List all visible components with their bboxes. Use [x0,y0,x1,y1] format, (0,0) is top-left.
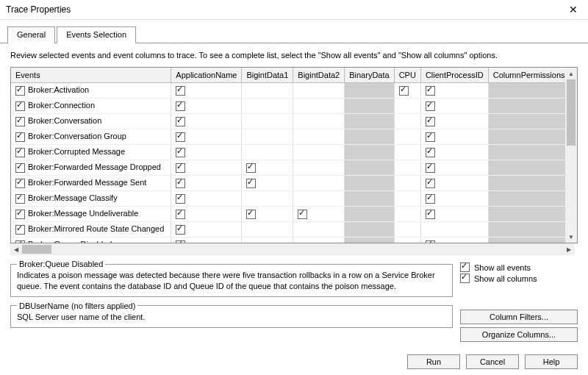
event-cell[interactable]: Broker:Message Undeliverable [11,207,171,222]
appname-cell[interactable] [171,114,242,129]
table-row[interactable]: Broker:Conversation Group [11,129,565,145]
clientpid-checkbox[interactable] [426,86,435,96]
event-cell[interactable]: Broker:Conversation [11,114,171,129]
event-cell[interactable]: Broker:Connection [11,99,171,114]
bigint2-cell[interactable] [293,160,345,176]
bigint1-cell[interactable] [242,114,293,129]
clientpid-cell[interactable] [420,160,488,176]
col-cpu[interactable]: CPU [394,68,420,83]
appname-checkbox[interactable] [176,210,185,219]
appname-checkbox[interactable] [176,101,185,111]
appname-checkbox[interactable] [176,148,185,157]
bigint2-cell[interactable] [293,129,345,145]
appname-cell[interactable] [171,129,242,145]
bigint2-cell[interactable] [293,222,345,238]
bigint1-cell[interactable] [242,222,293,238]
clientpid-cell[interactable] [420,99,488,114]
bigint1-checkbox[interactable] [246,179,256,188]
bigint2-cell[interactable] [293,238,345,243]
row-checkbox[interactable] [15,163,25,173]
table-row[interactable]: Broker:Message Classify [11,191,565,207]
clientpid-cell[interactable] [420,222,488,238]
clientpid-checkbox[interactable] [426,194,435,204]
scroll-left-icon[interactable]: ◀ [10,246,22,253]
organize-columns-button[interactable]: Organize Columns... [460,327,578,342]
cpu-cell[interactable] [394,114,420,129]
row-checkbox[interactable] [15,132,25,142]
clientpid-checkbox[interactable] [426,163,435,173]
clientpid-checkbox[interactable] [426,210,435,219]
appname-cell[interactable] [171,176,242,191]
cpu-cell[interactable] [394,207,420,222]
bigint1-cell[interactable] [242,191,293,207]
event-cell[interactable]: Broker:Queue Disabled [11,238,171,243]
col-bigint2[interactable]: BigintData2 [293,68,345,83]
bigint2-cell[interactable] [293,83,345,99]
appname-cell[interactable] [171,207,242,222]
event-cell[interactable]: Broker:Conversation Group [11,129,171,145]
clientpid-cell[interactable] [420,207,488,222]
appname-checkbox[interactable] [176,225,185,235]
bigint1-checkbox[interactable] [246,163,256,173]
bigint1-cell[interactable] [242,207,293,222]
col-bigint1[interactable]: BigintData1 [242,68,293,83]
bigint2-cell[interactable] [293,176,345,191]
table-row[interactable]: Broker:Mirrored Route State Changed [11,222,565,238]
row-checkbox[interactable] [15,240,25,243]
row-checkbox[interactable] [15,225,25,235]
run-button[interactable]: Run [407,354,460,369]
events-table[interactable]: Events ApplicationName BigintData1 Bigin… [11,68,565,243]
col-binary[interactable]: BinaryData [345,68,394,83]
col-clientpid[interactable]: ClientProcessID [420,68,488,83]
table-row[interactable]: Broker:Forwarded Message Dropped [11,160,565,176]
row-checkbox[interactable] [15,210,25,219]
clientpid-cell[interactable] [420,83,488,99]
scroll-right-icon[interactable]: ▶ [563,246,575,253]
appname-checkbox[interactable] [176,179,185,188]
col-appname[interactable]: ApplicationName [171,68,242,83]
bigint2-cell[interactable] [293,145,345,160]
bigint2-cell[interactable] [293,207,345,222]
bigint1-cell[interactable] [242,160,293,176]
clientpid-checkbox[interactable] [426,148,435,157]
bigint1-cell[interactable] [242,145,293,160]
appname-cell[interactable] [171,191,242,207]
clientpid-checkbox[interactable] [426,117,435,126]
appname-checkbox[interactable] [176,194,185,204]
appname-cell[interactable] [171,160,242,176]
appname-cell[interactable] [171,222,242,238]
bigint1-cell[interactable] [242,83,293,99]
table-row[interactable]: Broker:Conversation [11,114,565,129]
appname-checkbox[interactable] [176,132,185,142]
cpu-cell[interactable] [394,99,420,114]
bigint1-cell[interactable] [242,238,293,243]
bigint2-cell[interactable] [293,99,345,114]
clientpid-cell[interactable] [420,176,488,191]
event-cell[interactable]: Broker:Forwarded Message Sent [11,176,171,191]
bigint2-checkbox[interactable] [298,210,307,219]
cpu-cell[interactable] [394,83,420,99]
show-all-events-checkbox[interactable]: Show all events [460,262,578,272]
event-cell[interactable]: Broker:Corrupted Message [11,145,171,160]
appname-cell[interactable] [171,145,242,160]
bigint1-cell[interactable] [242,176,293,191]
close-button[interactable]: ✕ [559,0,588,19]
appname-cell[interactable] [171,238,242,243]
table-row[interactable]: Broker:Connection [11,99,565,114]
clientpid-checkbox[interactable] [426,132,435,142]
tab-events-selection[interactable]: Events Selection [57,26,136,43]
col-colperms[interactable]: ColumnPermissions [488,68,565,83]
bigint2-cell[interactable] [293,191,345,207]
bigint2-cell[interactable] [293,114,345,129]
clientpid-cell[interactable] [420,129,488,145]
appname-cell[interactable] [171,83,242,99]
scroll-up-icon[interactable]: ▲ [565,68,577,79]
table-row[interactable]: Broker:Activation [11,83,565,99]
bigint1-cell[interactable] [242,129,293,145]
column-filters-button[interactable]: Column Filters... [460,310,578,324]
clientpid-checkbox[interactable] [426,240,435,243]
row-checkbox[interactable] [15,179,25,188]
row-checkbox[interactable] [15,148,25,157]
bigint1-checkbox[interactable] [246,210,256,219]
clientpid-checkbox[interactable] [426,179,435,188]
